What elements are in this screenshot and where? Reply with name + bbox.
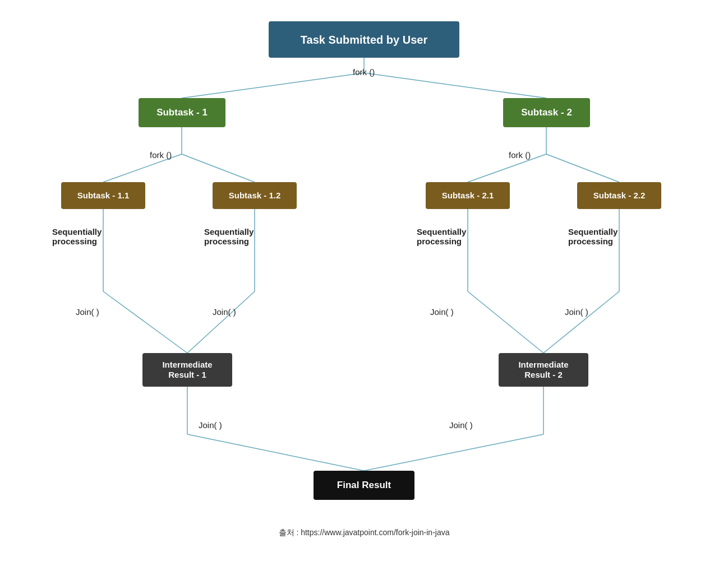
- svg-line-1: [182, 73, 364, 98]
- subtask1-node: Subtask - 1: [139, 98, 225, 127]
- subtask21-node: Subtask - 2.1: [426, 182, 510, 209]
- label-seq12: Sequentiallyprocessing: [204, 227, 254, 246]
- subtask22-node: Subtask - 2.2: [577, 182, 661, 209]
- subtask12-node: Subtask - 1.2: [213, 182, 297, 209]
- label-seq11: Sequentiallyprocessing: [52, 227, 102, 246]
- label-join21: Join( ): [430, 307, 454, 317]
- label-fork-top: fork (): [353, 67, 375, 77]
- svg-line-7: [468, 154, 546, 182]
- label-seq21: Sequentiallyprocessing: [417, 227, 466, 246]
- inter1-node: IntermediateResult - 1: [142, 353, 232, 387]
- svg-line-5: [182, 154, 255, 182]
- svg-line-10: [103, 291, 187, 353]
- svg-line-14: [468, 291, 543, 353]
- diagram-container: Task Submitted by User Subtask - 1 Subta…: [27, 11, 701, 544]
- svg-line-2: [364, 73, 546, 98]
- connector-lines: [27, 11, 701, 544]
- task-node: Task Submitted by User: [269, 21, 459, 58]
- final-node: Final Result: [314, 471, 414, 500]
- label-fork-sub1: fork (): [150, 150, 172, 160]
- svg-line-16: [543, 291, 619, 353]
- svg-line-20: [364, 434, 543, 471]
- label-join22: Join( ): [565, 307, 588, 317]
- subtask11-node: Subtask - 1.1: [61, 182, 145, 209]
- inter2-node: IntermediateResult - 2: [499, 353, 588, 387]
- label-join12: Join( ): [213, 307, 236, 317]
- label-fork-sub2: fork (): [509, 150, 531, 160]
- credit-text: 출처 : https://www.javatpoint.com/fork-joi…: [279, 528, 450, 538]
- svg-line-8: [546, 154, 619, 182]
- label-join-inter1: Join( ): [199, 420, 222, 430]
- subtask2-node: Subtask - 2: [503, 98, 590, 127]
- label-join-inter2: Join( ): [449, 420, 473, 430]
- label-join11: Join( ): [76, 307, 99, 317]
- svg-line-12: [187, 291, 255, 353]
- svg-line-18: [187, 434, 364, 471]
- label-seq22: Sequentiallyprocessing: [568, 227, 618, 246]
